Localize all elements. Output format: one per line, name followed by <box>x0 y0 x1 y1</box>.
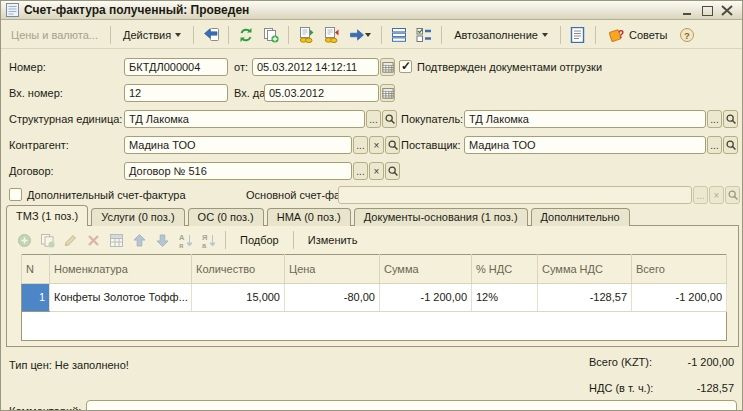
toolbar-separator <box>225 231 226 249</box>
col-nomenclature[interactable]: Номенклатура <box>50 255 192 284</box>
tab-services[interactable]: Услуги (0 поз.) <box>91 208 184 226</box>
incoming-number-field[interactable]: 12 <box>124 84 228 102</box>
edit-icon <box>63 233 78 248</box>
tab-nma[interactable]: НМА (0 поз.) <box>267 208 351 226</box>
buyer-field[interactable]: ТД Лакомка <box>464 110 706 128</box>
cell-quantity[interactable]: 15,000 <box>192 283 285 312</box>
report-button[interactable] <box>567 24 589 46</box>
col-vat-percent[interactable]: % НДС <box>472 255 538 284</box>
number-label: Номер: <box>9 61 46 73</box>
sort-desc-button[interactable]: Я а <box>199 231 218 250</box>
counterparty-clear-button[interactable]: × <box>369 136 384 154</box>
autofill-button[interactable]: Автозаполнение <box>448 26 554 44</box>
main-invoice-clear-button: × <box>709 186 724 204</box>
window-title: Счет-фактура полученный: Проведен <box>24 3 249 17</box>
document-icon <box>6 3 19 17</box>
contract-clear-button[interactable]: × <box>369 162 384 180</box>
pick-button[interactable]: Подбор <box>233 232 286 248</box>
buyer-open-button[interactable] <box>723 110 738 128</box>
buyer-select-button[interactable]: ... <box>707 110 722 128</box>
date-calendar-button[interactable] <box>380 58 395 76</box>
additional-invoice-checkbox[interactable] <box>9 188 22 201</box>
copy-row-button[interactable] <box>38 231 57 250</box>
move-up-icon <box>132 233 147 248</box>
counterparty-open-button[interactable] <box>385 136 400 154</box>
col-n[interactable]: N <box>22 255 50 284</box>
tab-tmz[interactable]: ТМЗ (1 поз.) <box>6 205 88 226</box>
tips-button[interactable]: ? Советы <box>602 24 673 46</box>
counterparty-select-button[interactable]: ... <box>353 136 368 154</box>
main-toolbar: Цены и валюта... Действия <box>1 21 742 49</box>
comment-label: Комментарий: <box>9 405 81 411</box>
date-field[interactable]: 05.03.2012 14:12:11 <box>252 58 379 76</box>
items-table[interactable]: N Номенклатура Количество Цена Сумма % Н… <box>21 254 727 341</box>
add-row-button[interactable] <box>15 231 34 250</box>
invoice-window: Счет-фактура полученный: Проведен Цены и… <box>0 0 743 411</box>
incoming-date-field[interactable]: 05.03.2012 <box>264 84 379 102</box>
go-to-button[interactable] <box>345 24 375 46</box>
col-quantity[interactable]: Количество <box>192 255 285 284</box>
copy-add-button[interactable] <box>260 24 282 46</box>
cell-vat-percent[interactable]: 12% <box>472 283 538 312</box>
repost-button[interactable] <box>235 24 257 46</box>
tab-os[interactable]: ОС (0 поз.) <box>188 208 264 226</box>
cell-nomenclature[interactable]: Конфеты Золотое Тофф... <box>50 283 192 312</box>
cell-amount[interactable]: -1 200,00 <box>380 283 472 312</box>
supplier-field[interactable]: Мадина ТОО <box>464 136 706 154</box>
table-toolbar: А я Я а Подбор Изменить <box>15 229 364 251</box>
additional-invoice-label: Дополнительный счет-фактура <box>27 189 186 201</box>
col-total[interactable]: Всего <box>632 255 727 284</box>
unpost-movements-button[interactable] <box>320 24 342 46</box>
cell-total[interactable]: -1 200,00 <box>632 283 727 312</box>
minimize-icon[interactable] <box>681 5 694 16</box>
col-vat-amount[interactable]: Сумма НДС <box>538 255 632 284</box>
delete-row-button[interactable] <box>84 231 103 250</box>
save-button[interactable] <box>200 24 222 46</box>
dropdown-caret-icon <box>365 33 371 40</box>
edit-row-button[interactable] <box>61 231 80 250</box>
toolbar-separator <box>110 26 111 44</box>
structure-button[interactable] <box>388 24 410 46</box>
structural-unit-open-button[interactable] <box>382 110 397 128</box>
help-button[interactable]: ? <box>676 24 698 46</box>
confirmed-checkbox[interactable] <box>399 60 412 73</box>
main-invoice-open-button <box>725 186 740 204</box>
move-down-button[interactable] <box>153 231 172 250</box>
confirmed-label: Подтвержден документами отгрузки <box>417 61 602 73</box>
copy-add-icon <box>263 27 279 43</box>
close-icon[interactable] <box>721 5 734 16</box>
contract-select-button[interactable]: ... <box>353 162 368 180</box>
svg-text:я: я <box>179 240 183 248</box>
tab-additional[interactable]: Дополнительно <box>531 208 630 226</box>
price-type-status: Тип цен: Не заполнено! <box>9 359 129 371</box>
row-grid-button[interactable] <box>107 231 126 250</box>
number-field[interactable]: БКТДЛ000004 <box>124 58 228 76</box>
cell-vat-amount[interactable]: -128,57 <box>538 283 632 312</box>
comment-field[interactable] <box>86 400 737 411</box>
toolbar-separator <box>193 26 194 44</box>
col-amount[interactable]: Сумма <box>380 255 472 284</box>
date-label: от: <box>234 61 248 73</box>
actions-button[interactable]: Действия <box>117 26 187 44</box>
incoming-date-calendar-button[interactable] <box>380 84 395 102</box>
post-movements-icon <box>298 27 314 43</box>
contract-field[interactable]: Договор № 516 <box>124 162 352 180</box>
supplier-select-button[interactable]: ... <box>707 136 722 154</box>
magnifier-icon <box>725 113 737 125</box>
maximize-icon[interactable] <box>701 5 714 16</box>
change-button[interactable]: Изменить <box>301 232 365 248</box>
structural-unit-select-button[interactable]: ... <box>366 110 381 128</box>
contract-open-button[interactable] <box>385 162 400 180</box>
cell-price[interactable]: -80,00 <box>285 283 380 312</box>
col-price[interactable]: Цена <box>285 255 380 284</box>
move-up-button[interactable] <box>130 231 149 250</box>
main-invoice-select-button: ... <box>693 186 708 204</box>
cell-row-number[interactable]: 1 <box>22 283 50 312</box>
structural-unit-field[interactable]: ТД Лакомка <box>124 110 365 128</box>
tab-base-documents[interactable]: Документы-основания (1 поз.) <box>354 208 528 226</box>
counterparty-field[interactable]: Мадина ТОО <box>124 136 352 154</box>
post-movements-button[interactable] <box>295 24 317 46</box>
sort-asc-button[interactable]: А я <box>176 231 195 250</box>
marks-button[interactable] <box>413 24 435 46</box>
supplier-open-button[interactable] <box>723 136 738 154</box>
